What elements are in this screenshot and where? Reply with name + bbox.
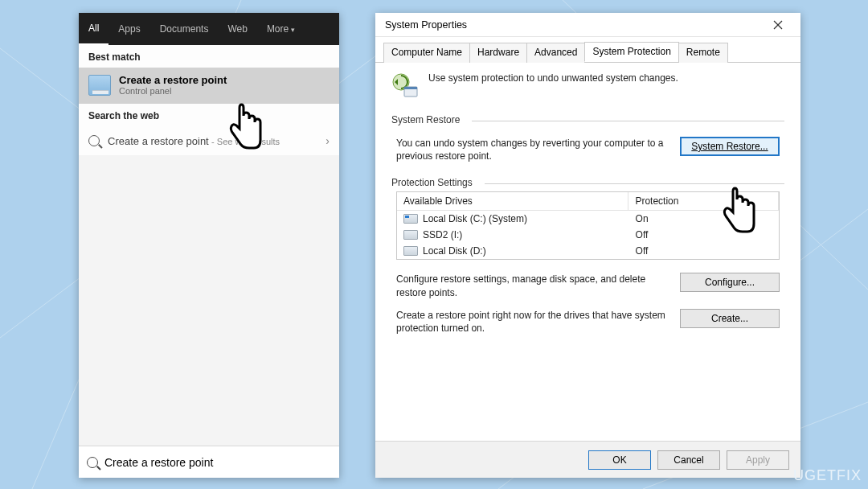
header-available-drives: Available Drives xyxy=(397,192,628,211)
search-icon xyxy=(87,457,98,468)
web-result-text: Create a restore point - See web results xyxy=(108,135,280,147)
search-tab-documents[interactable]: Documents xyxy=(150,14,219,44)
svg-rect-11 xyxy=(404,87,417,89)
create-restore-point-button[interactable]: Create... xyxy=(680,309,780,328)
apply-button[interactable]: Apply xyxy=(727,450,789,470)
protection-settings-legend: Protection Settings xyxy=(391,177,784,188)
best-match-result[interactable]: Create a restore point Control panel xyxy=(79,68,339,104)
chevron-down-icon: ▾ xyxy=(291,26,295,34)
drive-icon xyxy=(403,230,418,240)
cancel-button[interactable]: Cancel xyxy=(657,450,720,470)
web-result-title: Create a restore point xyxy=(108,135,209,147)
web-result-subtitle: - See web results xyxy=(211,137,280,146)
header-protection: Protection xyxy=(628,192,779,211)
dialog-titlebar: System Properties xyxy=(375,13,800,37)
close-button[interactable] xyxy=(762,14,794,36)
create-desc: Create a restore point right now for the… xyxy=(396,309,670,335)
control-panel-icon xyxy=(88,75,111,96)
tab-advanced[interactable]: Advanced xyxy=(526,43,585,63)
tab-computer-name[interactable]: Computer Name xyxy=(383,43,470,63)
drive-row[interactable]: SSD2 (I:) Off xyxy=(397,227,779,243)
dialog-body: Use system protection to undo unwanted s… xyxy=(375,63,800,441)
search-tabs: All Apps Documents Web More▾ xyxy=(79,13,339,45)
dialog-title: System Properties xyxy=(385,19,467,31)
dialog-tabs: Computer Name Hardware Advanced System P… xyxy=(375,37,800,63)
intro-text: Use system protection to undo unwanted s… xyxy=(428,72,678,100)
drive-icon xyxy=(403,246,418,256)
search-tab-apps[interactable]: Apps xyxy=(108,14,149,44)
configure-desc: Configure restore settings, manage disk … xyxy=(396,273,670,298)
drives-header: Available Drives Protection xyxy=(397,192,779,211)
search-input-row xyxy=(79,446,339,478)
drive-row[interactable]: Local Disk (D:) Off xyxy=(397,243,779,259)
tab-remote[interactable]: Remote xyxy=(678,43,728,63)
tab-system-protection[interactable]: System Protection xyxy=(584,42,678,62)
search-tab-all[interactable]: All xyxy=(79,13,108,45)
system-restore-legend: System Restore xyxy=(391,114,784,125)
best-match-text: Create a restore point Control panel xyxy=(119,74,227,96)
drives-table: Available Drives Protection Local Disk (… xyxy=(396,191,780,260)
system-protection-icon xyxy=(391,72,419,100)
system-restore-button[interactable]: System Restore... xyxy=(680,137,780,156)
search-empty-area xyxy=(79,155,339,446)
ok-button[interactable]: OK xyxy=(588,450,651,470)
best-match-header: Best match xyxy=(79,45,339,68)
drive-row[interactable]: Local Disk (C:) (System) On xyxy=(397,211,779,227)
configure-button[interactable]: Configure... xyxy=(680,273,780,292)
search-tab-web[interactable]: Web xyxy=(218,14,256,44)
drive-icon xyxy=(403,214,418,224)
best-match-subtitle: Control panel xyxy=(119,86,227,96)
search-tab-more[interactable]: More▾ xyxy=(257,14,305,44)
search-icon xyxy=(88,135,100,146)
system-properties-dialog: System Properties Computer Name Hardware… xyxy=(375,13,800,478)
best-match-title: Create a restore point xyxy=(119,74,227,86)
search-web-header: Search the web xyxy=(79,104,339,126)
tab-hardware[interactable]: Hardware xyxy=(469,43,527,63)
chevron-right-icon: › xyxy=(326,134,330,147)
close-icon xyxy=(773,20,783,30)
dialog-footer: OK Cancel Apply xyxy=(375,441,800,478)
web-result[interactable]: Create a restore point - See web results… xyxy=(79,126,339,155)
search-input[interactable] xyxy=(104,456,331,469)
watermark: UGETFIX xyxy=(793,467,862,484)
windows-search-flyout: All Apps Documents Web More▾ Best match … xyxy=(79,13,339,478)
system-restore-desc: You can undo system changes by reverting… xyxy=(396,137,670,162)
